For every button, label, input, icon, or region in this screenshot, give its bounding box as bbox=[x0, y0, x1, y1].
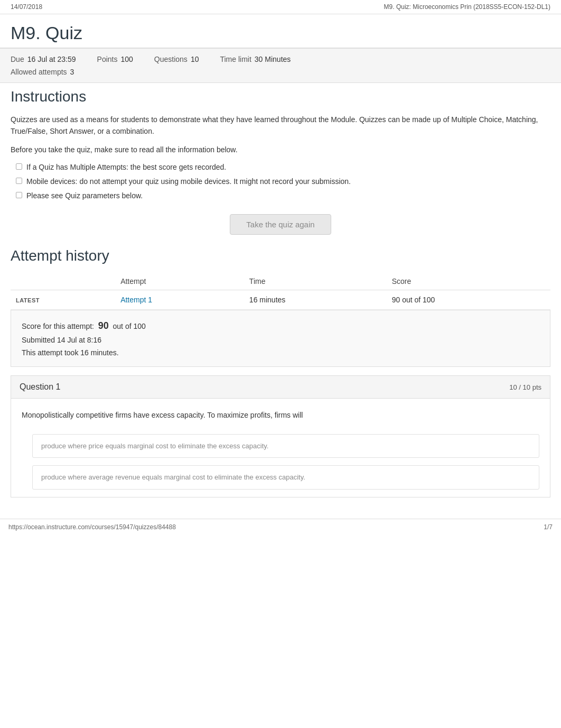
bullet-icon-3 bbox=[16, 192, 22, 198]
question-1-body: Monopolistically competitive firms have … bbox=[11, 399, 550, 426]
question-1-title: Question 1 bbox=[20, 382, 60, 392]
allowed-attempts-item: Allowed attempts 3 bbox=[11, 68, 74, 76]
quiz-info-bar: Due 16 Jul at 23:59 Points 100 Questions… bbox=[0, 48, 561, 83]
top-bar-date: 14/07/2018 bbox=[11, 3, 42, 11]
time-limit-value: 30 Minutes bbox=[255, 55, 291, 63]
allowed-attempts-value: 3 bbox=[70, 68, 74, 76]
questions-value: 10 bbox=[191, 55, 199, 63]
score-line: Score for this attempt: 90 out of 100 bbox=[22, 318, 539, 334]
instructions-title: Instructions bbox=[11, 88, 550, 105]
score-suffix: out of 100 bbox=[113, 322, 146, 330]
col-header-score: Score bbox=[387, 273, 550, 290]
attempt-history-section: Attempt history Attempt Time Score LATES… bbox=[11, 247, 550, 310]
question-1-pts: 10 / 10 pts bbox=[509, 383, 541, 391]
attempt-row-1: LATEST Attempt 1 16 minutes 90 out of 10… bbox=[11, 290, 550, 310]
quiz-info-row2: Allowed attempts 3 bbox=[11, 68, 550, 76]
question-1-block: Question 1 10 / 10 pts Monopolistically … bbox=[11, 375, 550, 497]
latest-badge: LATEST bbox=[11, 290, 115, 310]
attempt-link-cell[interactable]: Attempt 1 bbox=[115, 290, 244, 310]
attempt-table: Attempt Time Score LATEST Attempt 1 16 m… bbox=[11, 273, 550, 310]
footer-bar: https://ocean.instructure.com/courses/15… bbox=[0, 519, 561, 535]
due-label: Due bbox=[11, 55, 24, 63]
time-limit-label: Time limit bbox=[220, 55, 251, 63]
content-area: Instructions Quizzes are used as a means… bbox=[0, 83, 561, 508]
bullet-item-1: If a Quiz has Multiple Attempts: the bes… bbox=[16, 162, 550, 173]
top-bar: 14/07/2018 M9. Quiz: Microeconomics Prin… bbox=[0, 0, 561, 14]
question-1-header: Question 1 10 / 10 pts bbox=[11, 376, 550, 399]
top-bar-title: M9. Quiz: Microeconomics Prin (2018SS5-E… bbox=[384, 3, 550, 11]
attempt-time-cell: 16 minutes bbox=[244, 290, 387, 310]
bullet-item-2: Mobile devices: do not attempt your quiz… bbox=[16, 176, 550, 187]
question-1-option-1: produce where price equals marginal cost… bbox=[32, 434, 539, 458]
page-title: M9. Quiz bbox=[0, 14, 561, 48]
instructions-bullets: If a Quiz has Multiple Attempts: the bes… bbox=[11, 162, 550, 201]
questions-item: Questions 10 bbox=[154, 55, 199, 63]
score-details-box: Score for this attempt: 90 out of 100 Su… bbox=[11, 310, 550, 367]
score-label: Score for this attempt: bbox=[22, 322, 94, 330]
footer-url: https://ocean.instructure.com/courses/15… bbox=[8, 523, 176, 531]
attempt-1-link[interactable]: Attempt 1 bbox=[120, 296, 152, 304]
due-item: Due 16 Jul at 23:59 bbox=[11, 55, 76, 63]
points-item: Points 100 bbox=[97, 55, 133, 63]
allowed-attempts-label: Allowed attempts bbox=[11, 68, 67, 76]
col-header-attempt: Attempt bbox=[115, 273, 244, 290]
take-quiz-container: Take the quiz again bbox=[11, 214, 550, 235]
bullet-text-1: If a Quiz has Multiple Attempts: the bes… bbox=[26, 162, 226, 173]
attempt-score-cell: 90 out of 100 bbox=[387, 290, 550, 310]
bullet-text-3: Please see Quiz parameters below. bbox=[26, 190, 143, 201]
questions-label: Questions bbox=[154, 55, 188, 63]
col-header-time: Time bbox=[244, 273, 387, 290]
points-label: Points bbox=[97, 55, 118, 63]
submitted-line: Submitted 14 Jul at 8:16 bbox=[22, 334, 539, 347]
duration-line: This attempt took 16 minutes. bbox=[22, 347, 539, 360]
instructions-para1: Quizzes are used as a means for students… bbox=[11, 114, 550, 137]
instructions-para2: Before you take the quiz, make sure to r… bbox=[11, 144, 550, 155]
question-1-option-2: produce where average revenue equals mar… bbox=[32, 465, 539, 490]
bullet-item-3: Please see Quiz parameters below. bbox=[16, 190, 550, 201]
footer-page: 1/7 bbox=[544, 523, 553, 531]
attempt-table-header: Attempt Time Score bbox=[11, 273, 550, 290]
score-value: 90 bbox=[98, 320, 109, 331]
bullet-text-2: Mobile devices: do not attempt your quiz… bbox=[26, 176, 351, 187]
points-value: 100 bbox=[120, 55, 133, 63]
take-quiz-button[interactable]: Take the quiz again bbox=[230, 214, 331, 235]
due-value: 16 Jul at 23:59 bbox=[27, 55, 76, 63]
time-limit-item: Time limit 30 Minutes bbox=[220, 55, 291, 63]
bullet-icon-2 bbox=[16, 178, 22, 184]
bullet-icon-1 bbox=[16, 163, 22, 170]
col-header-blank bbox=[11, 273, 115, 290]
quiz-info-row1: Due 16 Jul at 23:59 Points 100 Questions… bbox=[11, 55, 550, 63]
attempt-history-title: Attempt history bbox=[11, 247, 550, 264]
